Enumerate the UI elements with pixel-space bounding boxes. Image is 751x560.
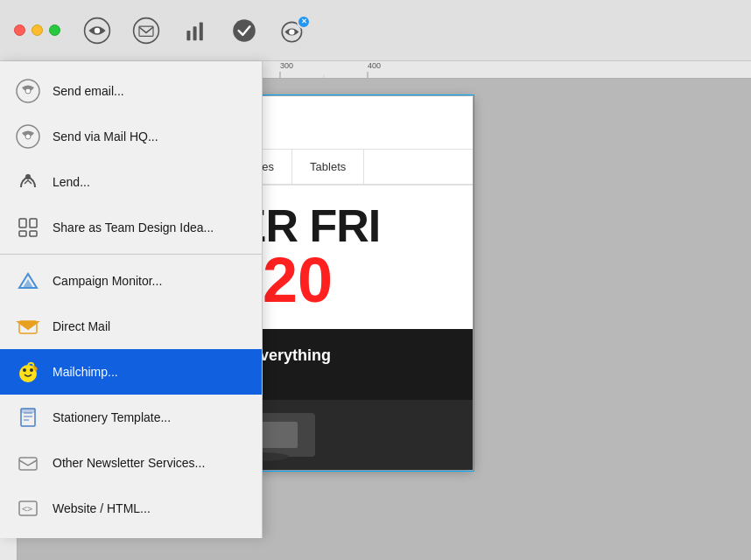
send-badge: ✕ xyxy=(297,15,311,29)
email-circle-icon xyxy=(14,77,42,105)
menu-item-stationery-template[interactable]: Stationery Template... xyxy=(0,395,262,440)
website-html-label: Website / HTML... xyxy=(53,501,151,515)
minimize-button[interactable] xyxy=(32,24,43,36)
campaign-monitor-label: Campaign Monitor... xyxy=(53,274,162,288)
mailhq-icon xyxy=(14,122,42,150)
svg-point-7 xyxy=(233,19,256,42)
title-bar: ✕ xyxy=(0,0,751,61)
svg-point-22 xyxy=(21,367,35,377)
app-logo-right-button[interactable] xyxy=(127,11,165,50)
svg-rect-3 xyxy=(139,26,153,36)
svg-rect-18 xyxy=(30,231,37,236)
direct-mail-icon xyxy=(14,312,42,340)
main-area: Send email... Send via Mail HQ... xyxy=(0,61,751,560)
menu-item-share-team[interactable]: Share as Team Design Idea... xyxy=(0,205,262,250)
svg-rect-30 xyxy=(19,458,37,470)
mailchimp-label: Mailchimp... xyxy=(53,365,118,379)
lend-label: Lend... xyxy=(53,175,90,189)
svg-rect-4 xyxy=(186,31,190,40)
analytics-icon xyxy=(181,17,209,45)
share-team-label: Share as Team Design Idea... xyxy=(53,220,214,234)
direct-mail-label: Direct Mail xyxy=(53,319,110,333)
svg-point-24 xyxy=(30,368,33,372)
close-button[interactable] xyxy=(14,24,25,36)
svg-rect-29 xyxy=(21,409,35,413)
traffic-lights xyxy=(14,24,60,36)
analytics-button[interactable] xyxy=(176,11,214,50)
menu-separator-1 xyxy=(0,254,262,255)
svg-point-13 xyxy=(25,134,31,139)
menu-item-campaign-monitor[interactable]: Campaign Monitor... xyxy=(0,258,262,304)
svg-text:<>: <> xyxy=(22,504,32,514)
stationery-template-label: Stationery Template... xyxy=(53,410,171,424)
svg-rect-5 xyxy=(193,26,197,40)
send-email-label: Send email... xyxy=(53,84,124,98)
code-icon: <> xyxy=(14,494,42,522)
svg-point-9 xyxy=(289,29,294,34)
check-button[interactable] xyxy=(225,11,263,50)
menu-item-lend[interactable]: Lend... xyxy=(0,159,262,205)
send-mailhq-label: Send via Mail HQ... xyxy=(53,130,158,144)
stationery-template-icon xyxy=(14,403,42,431)
mailchimp-icon xyxy=(14,358,42,386)
svg-point-14 xyxy=(25,174,31,179)
svg-rect-15 xyxy=(19,219,26,228)
dropdown-menu: Send email... Send via Mail HQ... xyxy=(0,61,263,538)
check-icon xyxy=(230,17,258,45)
campaign-monitor-icon xyxy=(14,267,42,295)
share-team-icon xyxy=(14,214,42,242)
send-button[interactable]: ✕ xyxy=(274,11,312,50)
lend-icon xyxy=(14,168,42,196)
svg-point-1 xyxy=(95,27,100,32)
svg-rect-16 xyxy=(30,219,37,228)
menu-item-website-html[interactable]: <> Website / HTML... xyxy=(0,486,262,531)
svg-point-23 xyxy=(23,368,26,372)
other-newsletter-icon xyxy=(14,449,42,477)
maximize-button[interactable] xyxy=(49,24,60,36)
svg-point-2 xyxy=(134,18,159,43)
nav-tablets: Tablets xyxy=(292,150,364,184)
svg-rect-6 xyxy=(200,22,203,40)
app-logo-left-icon xyxy=(83,17,111,45)
menu-item-send-email[interactable]: Send email... xyxy=(0,68,262,114)
svg-rect-17 xyxy=(19,231,26,236)
other-newsletter-label: Other Newsletter Services... xyxy=(53,456,205,470)
menu-item-direct-mail[interactable]: Direct Mail xyxy=(0,304,262,349)
menu-item-other-newsletter[interactable]: Other Newsletter Services... xyxy=(0,440,262,486)
svg-point-11 xyxy=(25,88,31,94)
menu-item-mailchimp[interactable]: Mailchimp... xyxy=(0,349,262,395)
toolbar: ✕ xyxy=(78,11,312,50)
app-logo-right-icon xyxy=(132,17,160,45)
app-logo-left-button[interactable] xyxy=(78,11,116,50)
menu-item-send-mailhq[interactable]: Send via Mail HQ... xyxy=(0,114,262,159)
